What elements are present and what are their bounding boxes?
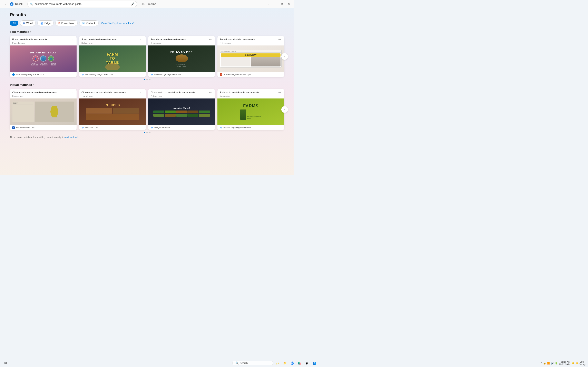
vm-card-image-4: FARMS Freshness from the farm...	[217, 99, 284, 125]
card-footer-4: P Sustainable_Restaurants.pptx	[217, 72, 284, 77]
visual-matches-cards-wrapper: Close match to sustainable restaurants 6…	[10, 89, 284, 130]
visual-match-card-4[interactable]: Related to sustainable restaurants Yeste…	[217, 89, 284, 130]
send-feedback-link[interactable]: send feedback	[64, 136, 79, 138]
card-more-button-1[interactable]: ···	[70, 38, 74, 41]
timeline-button[interactable]: </> Timeline	[139, 2, 158, 6]
vm-card-header-1: Close match to sustainable restaurants 6…	[10, 89, 77, 99]
card-more-button-3[interactable]: ···	[208, 38, 213, 41]
text-matches-cards-wrapper: Found sustainable restaurants 2 weeks ag…	[10, 36, 284, 77]
filter-tabs: All W Word 🌀 Edge P PowerPoint 📧 Outlook…	[10, 20, 284, 26]
window-controls: ··· — ⧉ ✕	[266, 1, 292, 7]
visual-matches-grid: Close match to sustainable restaurants 6…	[10, 89, 284, 130]
vm-card-footer-4: 🌀 www.woodgrovegroceries.com	[217, 125, 284, 130]
card-title-1: Found sustainable restaurants	[12, 38, 70, 42]
vm-pagination-dot-2[interactable]	[146, 132, 148, 133]
vm-card-more-button-1[interactable]: ···	[70, 91, 74, 94]
ai-notice-text: AI can make mistakes. If something doesn…	[10, 136, 64, 138]
filter-outlook-label: Outlook	[86, 22, 95, 25]
edge-favicon-1: 🌀	[12, 73, 15, 76]
title-search-bar[interactable]: 🔍 sustainable restaurants with fresh pas…	[27, 1, 137, 7]
ai-notice-suffix: .	[79, 136, 80, 138]
text-matches-scroll-right[interactable]: ›	[281, 53, 288, 60]
pagination-dot-1[interactable]	[144, 79, 145, 80]
vm-card-source-4: www.woodgrovegroceries.com	[224, 126, 251, 129]
text-match-card-1[interactable]: Found sustainable restaurants 2 weeks ag…	[10, 36, 77, 77]
back-button[interactable]: ‹	[2, 1, 8, 7]
timeline-code-icon: </>	[141, 2, 145, 6]
card-date-3: 1 week ago	[151, 42, 208, 44]
card-title-4: Found sustainable restaurants	[220, 38, 277, 42]
card-image-3: PHILOSOPHY SUSTAINABILITY FRESHNESS	[148, 45, 215, 72]
filter-powerpoint[interactable]: P PowerPoint	[55, 20, 78, 26]
vm-card-header-4: Related to sustainable restaurants Yeste…	[217, 89, 284, 99]
outlook-icon: 📧	[82, 22, 85, 25]
vm-card-more-button-3[interactable]: ···	[208, 91, 213, 94]
edge-favicon-vm4: 🌀	[220, 126, 222, 129]
card-date-1: 2 weeks ago	[12, 42, 70, 44]
card-image-2: FARMTOTABLE	[79, 45, 146, 72]
vm-card-source-1: RestaurantMenu.doc	[16, 126, 35, 129]
restore-button[interactable]: ⧉	[279, 1, 285, 7]
mic-icon[interactable]: 🎤	[131, 2, 134, 6]
vm-card-image-3: Margie's Travel	[148, 99, 215, 125]
filter-all[interactable]: All	[10, 21, 18, 26]
visual-match-card-2[interactable]: Close match to sustainable restaurants 1…	[79, 89, 146, 130]
external-link-icon: ↗	[132, 22, 134, 25]
vm-card-title-2: Close match to sustainable restaurants	[81, 91, 139, 94]
vm-card-source-2: relecloud.com	[85, 126, 98, 129]
titlebar: ‹ ◉ Recall 🔍 sustainable restaurants wit…	[0, 0, 294, 8]
view-file-explorer-link[interactable]: View File Explorer results ↗	[101, 22, 134, 25]
vm-card-title-3: Close match to sustainable restaurants	[151, 91, 208, 94]
vm-card-more-button-4[interactable]: ···	[277, 91, 282, 94]
filter-outlook[interactable]: 📧 Outlook	[79, 20, 99, 26]
vm-card-date-3: 2 days ago	[151, 95, 208, 97]
card-date-2: 3 days ago	[81, 42, 139, 44]
page-title: Results	[10, 12, 284, 17]
visual-matches-title: Visual matches	[10, 83, 32, 86]
view-file-explorer-text: View File Explorer results	[101, 22, 131, 25]
card-more-button-4[interactable]: ···	[277, 38, 282, 41]
vm-card-date-2: 1 week ago	[81, 95, 139, 97]
text-match-card-2[interactable]: Found sustainable restaurants 3 days ago…	[79, 36, 146, 77]
filter-word[interactable]: W Word	[20, 20, 35, 26]
filter-word-label: Word	[26, 22, 33, 25]
edge-icon: 🌀	[40, 22, 43, 25]
text-match-card-3[interactable]: Found sustainable restaurants 1 week ago…	[148, 36, 215, 77]
app-title: Recall	[15, 2, 22, 6]
card-more-button-2[interactable]: ···	[139, 38, 143, 41]
ai-notice: AI can make mistakes. If something doesn…	[10, 136, 284, 138]
search-query-display: sustainable restaurants with fresh pasta	[35, 2, 130, 6]
filter-powerpoint-label: PowerPoint	[61, 22, 74, 25]
visual-matches-header[interactable]: Visual matches ›	[10, 83, 284, 86]
word-icon: W	[23, 22, 25, 25]
vm-card-more-button-2[interactable]: ···	[139, 91, 143, 94]
ppt-icon-4: P	[220, 73, 222, 76]
visual-matches-scroll-right[interactable]: ›	[281, 106, 288, 113]
vm-pagination-dot-3[interactable]	[149, 132, 150, 133]
timeline-label: Timeline	[146, 2, 156, 6]
search-icon: 🔍	[30, 3, 33, 6]
close-button[interactable]: ✕	[286, 1, 292, 7]
vm-card-title-1: Close match to sustainable restaurants	[12, 91, 70, 94]
card-title-3: Found sustainable restaurants	[151, 38, 208, 42]
main-content: Results All W Word 🌀 Edge P PowerPoint 📧…	[0, 8, 294, 175]
card-footer-2: 🌀 www.woodgrovegroceries.com	[79, 72, 146, 77]
pagination-dot-3[interactable]	[149, 79, 150, 80]
visual-match-card-1[interactable]: Close match to sustainable restaurants 6…	[10, 89, 77, 130]
filter-edge[interactable]: 🌀 Edge	[37, 20, 54, 26]
minimize-button[interactable]: —	[273, 1, 278, 7]
card-header-4: Found sustainable restaurants 5 days ago…	[217, 36, 284, 45]
edge-favicon-vm2: 🌀	[81, 126, 84, 129]
more-options-button[interactable]: ···	[266, 1, 272, 7]
text-match-card-4[interactable]: Found sustainable restaurants 5 days ago…	[217, 36, 284, 77]
text-matches-pagination	[10, 79, 284, 80]
text-matches-title: Text matches	[10, 30, 29, 33]
text-matches-header[interactable]: Text matches ›	[10, 30, 284, 33]
vm-card-image-2: RECIPES	[79, 99, 146, 125]
vm-card-date-4: Yesterday	[220, 95, 277, 97]
powerpoint-icon: P	[58, 22, 60, 25]
pagination-dot-2[interactable]	[146, 79, 148, 80]
card-date-4: 5 days ago	[220, 42, 277, 44]
vm-pagination-dot-1[interactable]	[144, 132, 145, 133]
visual-match-card-3[interactable]: Close match to sustainable restaurants 2…	[148, 89, 215, 130]
